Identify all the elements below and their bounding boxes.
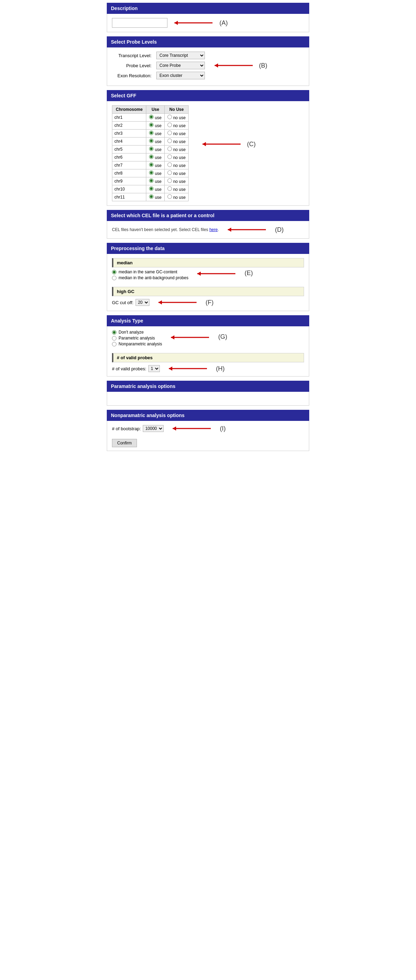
arrow-a [171, 19, 216, 27]
cel-files-section: Select which CEL file is a patient or a … [107, 210, 309, 239]
nouse-radio[interactable] [167, 130, 172, 135]
parametric-header: Paramatric analysis options [107, 381, 309, 392]
chr-name-cell: chr1 [112, 114, 146, 122]
median-radio-2[interactable] [112, 276, 116, 280]
analysis-type-body: Don't analyze Parametric analysis Nonpar… [107, 326, 309, 377]
nouse-radio-cell: no use [165, 145, 188, 153]
use-radio-cell: use [146, 185, 165, 193]
parametric-section: Paramatric analysis options [107, 381, 309, 406]
analysis-type-header: Analysis Type [107, 315, 309, 326]
table-row: chr4 use no use [112, 137, 188, 145]
analysis-radio-1-label: Don't analyze [119, 330, 143, 335]
nouse-radio[interactable] [167, 146, 172, 151]
gc-cutoff-row: GC cut off: 20 25 30 35 40 (F) [112, 298, 304, 307]
table-row: chr7 use no use [112, 161, 188, 169]
probe-level-select[interactable]: Core Probe Extended Probe Full Probe [156, 62, 205, 69]
confirm-button[interactable]: Confirm [112, 439, 137, 447]
use-radio[interactable] [149, 186, 153, 191]
nouse-radio[interactable] [167, 138, 172, 143]
use-radio[interactable] [149, 146, 153, 151]
svg-marker-15 [169, 366, 172, 371]
analysis-radio-2[interactable] [112, 336, 116, 340]
use-radio-cell: use [146, 161, 165, 169]
chr-name-cell: chr6 [112, 153, 146, 161]
nouse-radio-cell: no use [165, 185, 188, 193]
table-row: chr2 use no use [112, 122, 188, 130]
bootstrap-select[interactable]: 1000 5000 10000 20000 50000 [143, 425, 164, 432]
gff-title: Select GFF [111, 93, 136, 99]
use-radio[interactable] [149, 178, 153, 183]
gff-col-use: Use [146, 106, 165, 114]
use-radio[interactable] [149, 154, 153, 159]
preprocessing-section: Preprocessing the data median median in … [107, 243, 309, 311]
nouse-radio[interactable] [167, 178, 172, 183]
arrow-e [194, 269, 239, 278]
analysis-type-title: Analysis Type [111, 318, 143, 323]
gc-cutoff-inner: GC cut off: 20 25 30 35 40 [112, 299, 150, 306]
use-radio[interactable] [149, 130, 153, 135]
cel-title: Select which CEL file is a patient or a … [111, 213, 214, 218]
svg-marker-13 [171, 335, 174, 339]
nouse-radio[interactable] [167, 162, 172, 167]
probe-levels-title: Select Probe Levels [111, 39, 157, 45]
select-gff-section: Select GFF Chromosome Use No Use [107, 90, 309, 206]
table-row: chr1 use no use [112, 114, 188, 122]
svg-marker-5 [202, 142, 206, 146]
annotation-f-label: (F) [206, 299, 214, 306]
use-radio[interactable] [149, 194, 153, 199]
nouse-radio-cell: no use [165, 177, 188, 185]
annotation-h-label: (H) [216, 365, 225, 372]
gff-col-nouse: No Use [165, 106, 188, 114]
description-title: Description [111, 6, 138, 11]
cel-header: Select which CEL file is a patient or a … [107, 210, 309, 221]
median-radio-group: median in the same GC-content median in … [112, 269, 188, 281]
use-radio-cell: use [146, 114, 165, 122]
analysis-radio-1[interactable] [112, 330, 116, 335]
probe-levels-header: Select Probe Levels [107, 37, 309, 48]
description-input[interactable] [112, 18, 167, 28]
valid-probes-subheader: # of valid probes [112, 353, 304, 362]
svg-marker-7 [228, 228, 231, 232]
annotation-g-label: (G) [218, 333, 227, 340]
cel-body: CEL files haven't been selected yet. Sel… [107, 221, 309, 239]
gff-header: Select GFF [107, 90, 309, 101]
chr-name-cell: chr2 [112, 122, 146, 130]
use-radio[interactable] [149, 123, 153, 127]
use-radio[interactable] [149, 162, 153, 167]
use-radio-cell: use [146, 169, 165, 177]
nonparametric-section: Nonparamatric analysis options # of boot… [107, 410, 309, 451]
analysis-type-section: Analysis Type Don't analyze Parametric a… [107, 315, 309, 377]
transcript-level-select[interactable]: Core Transcript Extended Transcript Full… [156, 52, 205, 59]
valid-probes-inner: # of valid probes: 1 2 3 4 5 [112, 365, 160, 372]
nonparametric-title: Nonparamatric analysis options [111, 412, 185, 418]
nouse-radio[interactable] [167, 194, 172, 199]
svg-marker-1 [174, 21, 178, 25]
description-header: Description [107, 3, 309, 14]
valid-probes-select[interactable]: 1 2 3 4 5 [148, 365, 160, 372]
exon-resolution-row: Exon Resolution: Exon cluster Probe set … [112, 72, 304, 80]
analysis-radio-3-row: Nonparametric analysis [112, 342, 162, 347]
nouse-radio[interactable] [167, 123, 172, 127]
use-radio[interactable] [149, 138, 153, 143]
arrow-h [165, 364, 210, 373]
nouse-radio[interactable] [167, 115, 172, 119]
use-radio[interactable] [149, 170, 153, 175]
median-subheader: median [112, 258, 304, 267]
gc-cutoff-select[interactable]: 20 25 30 35 40 [135, 299, 150, 306]
nouse-radio[interactable] [167, 154, 172, 159]
nouse-radio[interactable] [167, 170, 172, 175]
median-radio-1-label: median in the same GC-content [119, 269, 177, 274]
use-radio-cell: use [146, 145, 165, 153]
use-radio-cell: use [146, 177, 165, 185]
analysis-radio-3[interactable] [112, 342, 116, 347]
cel-row: CEL files haven't been selected yet. Sel… [112, 225, 304, 234]
nouse-radio-cell: no use [165, 122, 188, 130]
arrow-b [211, 61, 256, 70]
nouse-radio-cell: no use [165, 137, 188, 145]
svg-marker-17 [173, 426, 176, 431]
nouse-radio[interactable] [167, 186, 172, 191]
exon-resolution-select[interactable]: Exon cluster Probe set Probe [156, 72, 205, 80]
use-radio[interactable] [149, 115, 153, 119]
median-radio-1[interactable] [112, 270, 116, 274]
cel-link[interactable]: here [209, 227, 218, 232]
